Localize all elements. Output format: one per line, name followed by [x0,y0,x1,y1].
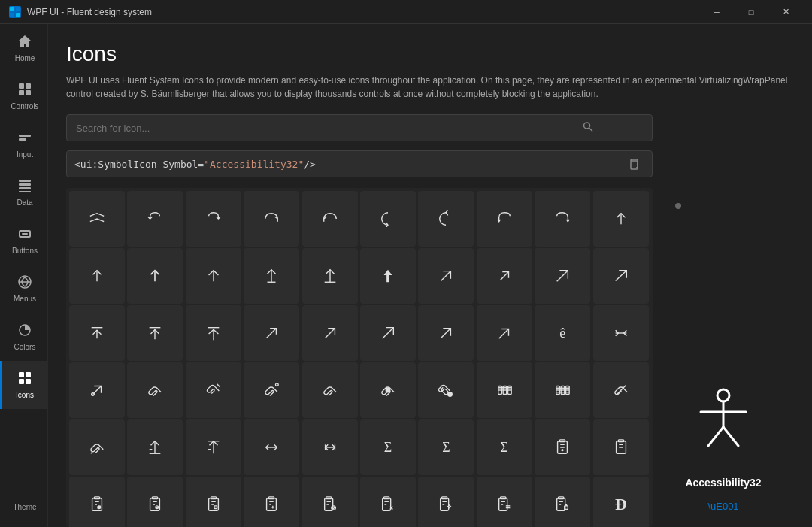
icon-cell[interactable] [593,191,649,247]
search-input[interactable] [66,114,653,141]
icon-cell[interactable] [360,191,416,247]
icon-cell[interactable] [127,362,183,418]
app-icon [9,6,21,18]
icons-area: ê [66,188,794,527]
icon-cell[interactable] [535,477,590,527]
svg-rect-20 [19,372,24,377]
icon-cell[interactable] [244,477,299,527]
icon-cell[interactable] [418,248,474,304]
svg-rect-1 [16,7,20,11]
icon-cell[interactable] [186,248,241,304]
icon-cell[interactable] [302,305,358,361]
sidebar-item-home[interactable]: Home [0,24,48,72]
input-icon [17,130,32,147]
side-panel: Accessibility32 \uE001 [653,188,794,527]
icon-cell[interactable]: Ð [593,477,649,527]
icon-cell[interactable] [186,362,241,418]
icon-cell[interactable] [69,305,125,361]
icon-cell[interactable] [186,477,241,527]
icon-cell[interactable] [477,305,532,361]
icon-cell[interactable] [302,362,358,418]
svg-rect-98 [214,506,217,509]
sidebar-item-controls[interactable]: Controls [0,72,48,120]
sidebar-item-menus[interactable]: Menus [0,265,48,313]
sidebar-item-colors[interactable]: Colors [0,313,48,361]
icon-cell[interactable] [302,477,358,527]
icon-cell[interactable] [244,419,299,475]
icon-cell[interactable] [244,248,299,304]
svg-point-55 [386,388,390,392]
icon-cell[interactable] [186,305,241,361]
sidebar-item-buttons[interactable]: Buttons [0,217,48,265]
code-bar: <ui:SymbolIcon Symbol="Accessibility32"/… [66,150,653,177]
icon-cell[interactable] [477,477,532,527]
icon-cell[interactable] [302,419,358,475]
icon-cell[interactable]: ê [535,305,590,361]
icon-cell[interactable] [535,362,590,418]
copy-button[interactable] [623,153,644,174]
icon-cell[interactable] [69,248,125,304]
icon-cell[interactable] [477,191,532,247]
icon-cell[interactable] [360,248,416,304]
code-prefix: <ui:SymbolIcon Symbol= [74,159,204,170]
icon-cell[interactable] [360,477,416,527]
sidebar-item-theme[interactable]: Theme [0,473,48,521]
code-snippet: <ui:SymbolIcon Symbol="Accessibility32"/… [74,159,619,170]
icon-cell[interactable] [593,362,649,418]
icon-cell[interactable] [69,477,125,527]
icon-cell[interactable] [360,362,416,418]
icon-cell[interactable] [69,191,125,247]
icon-cell[interactable] [127,248,183,304]
icon-cell[interactable] [186,191,241,247]
icon-cell[interactable] [593,248,649,304]
icon-cell[interactable] [69,419,125,475]
icon-cell[interactable] [244,362,299,418]
icon-cell[interactable] [302,191,358,247]
icons-grid-container[interactable]: ê [66,188,653,527]
sidebar-item-icons[interactable]: Icons [0,361,48,409]
titlebar-title: WPF UI - Fluent design system [27,7,693,17]
page-title: Icons [66,42,794,66]
icon-cell[interactable] [535,248,590,304]
icon-cell[interactable] [244,305,299,361]
theme-icon [17,483,32,500]
svg-rect-5 [26,83,31,89]
icon-cell[interactable] [127,191,183,247]
svg-point-86 [562,450,563,451]
icon-cell[interactable] [535,419,590,475]
data-icon [17,178,32,195]
icon-cell[interactable] [418,191,474,247]
icon-cell[interactable] [127,305,183,361]
icon-cell[interactable]: Σ [360,419,416,475]
svg-rect-113 [498,498,507,511]
icon-cell[interactable] [418,362,474,418]
icon-cell[interactable] [477,248,532,304]
icon-cell[interactable] [302,248,358,304]
svg-point-54 [276,383,279,386]
close-button[interactable]: ✕ [768,0,803,24]
svg-rect-3 [16,13,20,17]
icon-cell[interactable]: Σ [418,419,474,475]
icon-cell[interactable] [244,191,299,247]
sidebar-item-input-label: Input [17,150,33,159]
maximize-button[interactable]: □ [734,0,768,24]
svg-rect-6 [19,90,24,95]
home-icon [17,34,32,51]
minimize-button[interactable]: ─ [699,0,734,24]
icon-cell[interactable] [69,362,125,418]
icon-cell[interactable] [477,362,532,418]
icon-cell[interactable] [593,305,649,361]
titlebar-controls: ─ □ ✕ [699,0,803,24]
sidebar-item-input[interactable]: Input [0,120,48,168]
icon-cell[interactable] [418,477,474,527]
icon-cell[interactable] [360,305,416,361]
icon-cell[interactable] [593,419,649,475]
icon-cell[interactable] [127,419,183,475]
icon-cell[interactable] [186,419,241,475]
svg-line-49 [441,329,451,338]
icon-cell[interactable] [535,191,590,247]
icon-cell[interactable] [418,305,474,361]
sidebar-item-data[interactable]: Data [0,168,48,217]
icon-cell[interactable]: Σ [477,419,532,475]
icon-cell[interactable] [127,477,183,527]
